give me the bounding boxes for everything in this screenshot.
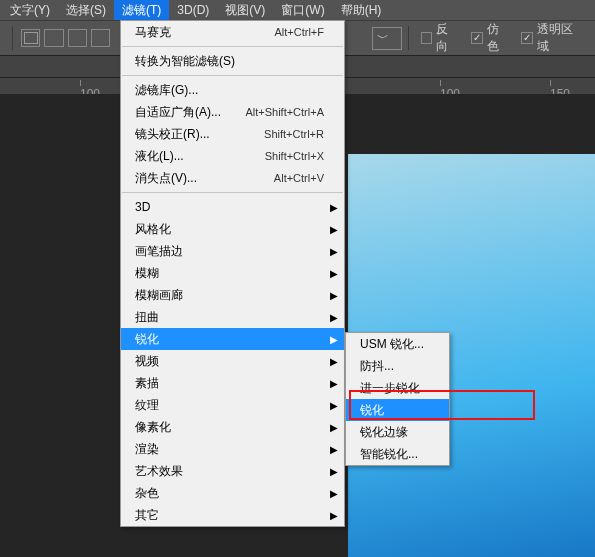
menu-3d[interactable]: 3D(D) [169,1,217,19]
menu-item-label: 其它 [135,507,324,524]
smart-sharpen[interactable]: 智能锐化... [346,443,449,465]
filter-vanishing-point[interactable]: 消失点(V)...Alt+Ctrl+V [121,167,344,189]
reverse-checkbox[interactable]: 反向 [421,21,459,55]
menu-item-label: 杂色 [135,485,324,502]
menu-item-label: USM 锐化... [360,336,429,353]
filter-distort[interactable]: 扭曲▶ [121,306,344,328]
submenu-arrow-icon: ▶ [330,444,338,455]
checkbox-icon [521,32,533,44]
checkbox-icon [471,32,483,44]
submenu-arrow-icon: ▶ [330,268,338,279]
menu-shortcut: Alt+Ctrl+F [274,26,324,38]
filter-sketch[interactable]: 素描▶ [121,372,344,394]
gradient-linear-icon[interactable] [21,29,40,47]
svg-rect-4 [94,32,108,44]
menu-item-label: 素描 [135,375,324,392]
menu-select[interactable]: 选择(S) [58,0,114,21]
filter-gallery[interactable]: 滤镜库(G)... [121,79,344,101]
filter-blur[interactable]: 模糊▶ [121,262,344,284]
menu-window[interactable]: 窗口(W) [273,0,332,21]
svg-rect-3 [70,32,84,44]
menu-item-label: 纹理 [135,397,324,414]
submenu-arrow-icon: ▶ [330,312,338,323]
filter-convert-smart[interactable]: 转换为智能滤镜(S) [121,50,344,72]
menu-help[interactable]: 帮助(H) [333,0,390,21]
chevron-down-icon: ﹀ [377,30,389,47]
menu-item-label: 模糊 [135,265,324,282]
gradient-angle-icon[interactable] [68,29,87,47]
submenu-arrow-icon: ▶ [330,378,338,389]
sharpen-shake-reduction[interactable]: 防抖... [346,355,449,377]
menubar: 文字(Y) 选择(S) 滤镜(T) 3D(D) 视图(V) 窗口(W) 帮助(H… [0,0,595,20]
menu-item-label: 防抖... [360,358,429,375]
filter-sharpen[interactable]: 锐化▶ [121,328,344,350]
menu-item-label: 锐化边缘 [360,424,429,441]
menu-item-label: 锐化 [360,402,429,419]
filter-pixelate[interactable]: 像素化▶ [121,416,344,438]
sharpen-submenu: USM 锐化... 防抖... 进一步锐化 锐化 锐化边缘 智能锐化... [345,332,450,466]
filter-adaptive-wide[interactable]: 自适应广角(A)...Alt+Shift+Ctrl+A [121,101,344,123]
submenu-arrow-icon: ▶ [330,334,338,345]
reverse-label: 反向 [436,21,459,55]
submenu-arrow-icon: ▶ [330,400,338,411]
menu-item-label: 渲染 [135,441,324,458]
dither-checkbox[interactable]: 仿色 [471,21,509,55]
submenu-arrow-icon: ▶ [330,202,338,213]
menu-shortcut: Alt+Ctrl+V [274,172,324,184]
menu-shortcut: Shift+Ctrl+R [264,128,324,140]
filter-texture[interactable]: 纹理▶ [121,394,344,416]
menu-item-label: 自适应广角(A)... [135,104,245,121]
sharpen-more[interactable]: 进一步锐化 [346,377,449,399]
filter-artistic[interactable]: 艺术效果▶ [121,460,344,482]
menu-item-label: 视频 [135,353,324,370]
filter-brush-strokes[interactable]: 画笔描边▶ [121,240,344,262]
filter-menu: 马赛克 Alt+Ctrl+F 转换为智能滤镜(S) 滤镜库(G)... 自适应广… [120,20,345,527]
menu-text[interactable]: 文字(Y) [2,0,58,21]
filter-lens-correction[interactable]: 镜头校正(R)...Shift+Ctrl+R [121,123,344,145]
checkbox-icon [421,32,433,44]
sharpen-usm[interactable]: USM 锐化... [346,333,449,355]
filter-blur-gallery[interactable]: 模糊画廊▶ [121,284,344,306]
menu-item-label: 马赛克 [135,24,274,41]
menu-shortcut: Shift+Ctrl+X [265,150,324,162]
menu-separator [122,46,343,47]
filter-video[interactable]: 视频▶ [121,350,344,372]
menu-item-label: 消失点(V)... [135,170,274,187]
filter-liquify[interactable]: 液化(L)...Shift+Ctrl+X [121,145,344,167]
mode-dropdown[interactable]: ﹀ [372,27,402,50]
gradient-reflected-icon[interactable] [91,29,110,47]
filter-stylize[interactable]: 风格化▶ [121,218,344,240]
menu-item-label: 进一步锐化 [360,380,429,397]
submenu-arrow-icon: ▶ [330,488,338,499]
menu-item-label: 转换为智能滤镜(S) [135,53,324,70]
sharpen-edges[interactable]: 锐化边缘 [346,421,449,443]
filter-other[interactable]: 其它▶ [121,504,344,526]
menu-item-label: 扭曲 [135,309,324,326]
transparency-checkbox[interactable]: 透明区域 [521,21,583,55]
submenu-arrow-icon: ▶ [330,246,338,257]
menu-separator [122,75,343,76]
submenu-arrow-icon: ▶ [330,510,338,521]
menu-item-label: 滤镜库(G)... [135,82,324,99]
svg-rect-2 [47,32,61,44]
menu-item-label: 画笔描边 [135,243,324,260]
filter-last[interactable]: 马赛克 Alt+Ctrl+F [121,21,344,43]
menu-item-label: 艺术效果 [135,463,324,480]
filter-noise[interactable]: 杂色▶ [121,482,344,504]
gradient-radial-icon[interactable] [44,29,63,47]
menu-view[interactable]: 视图(V) [217,0,273,21]
menu-item-label: 锐化 [135,331,324,348]
filter-3d[interactable]: 3D▶ [121,196,344,218]
submenu-arrow-icon: ▶ [330,224,338,235]
submenu-arrow-icon: ▶ [330,290,338,301]
menu-item-label: 镜头校正(R)... [135,126,264,143]
dither-label: 仿色 [487,21,510,55]
menu-filter[interactable]: 滤镜(T) [114,0,169,21]
menu-item-label: 像素化 [135,419,324,436]
sharpen-basic[interactable]: 锐化 [346,399,449,421]
submenu-arrow-icon: ▶ [330,422,338,433]
filter-render[interactable]: 渲染▶ [121,438,344,460]
menu-shortcut: Alt+Shift+Ctrl+A [245,106,324,118]
submenu-arrow-icon: ▶ [330,466,338,477]
submenu-arrow-icon: ▶ [330,356,338,367]
